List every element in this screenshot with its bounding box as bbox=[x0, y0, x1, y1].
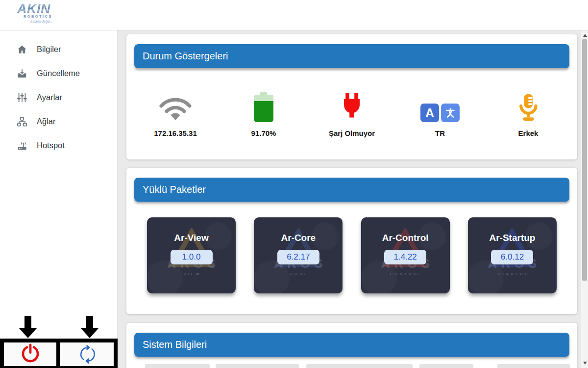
packages-card-title: Yüklü Paketler bbox=[143, 184, 206, 195]
microphone-icon bbox=[517, 88, 539, 122]
packages-row: AROS VIEW Ar-View 1.0.0 AROS ÇORE Ar-Cor… bbox=[126, 217, 577, 293]
translate-left-glyph: A bbox=[420, 104, 439, 122]
aros-watermark-sub: VIEW bbox=[147, 272, 236, 276]
aros-watermark-sub: STARTUP bbox=[468, 272, 557, 276]
sidebar-item-ayarlar[interactable]: Ayarlar bbox=[0, 85, 117, 109]
annotation-arrow-restart bbox=[81, 316, 98, 338]
sidebar-item-guncelleme[interactable]: Güncelleme bbox=[0, 61, 117, 85]
package-version-badge: 6.0.12 bbox=[491, 250, 533, 264]
system-card: Sistem Bilgileri bbox=[126, 323, 577, 368]
status-card-title: Durum Göstergeleri bbox=[143, 51, 228, 62]
router-icon bbox=[16, 140, 27, 151]
package-version-badge: 6.2.17 bbox=[277, 250, 319, 264]
package-name: Ar-View bbox=[147, 233, 236, 243]
logo-tagline: İnsana değer... bbox=[17, 20, 53, 23]
scrollbar-up-arrow[interactable] bbox=[581, 31, 588, 39]
charging-status-value: Şarj Olmuyor bbox=[329, 129, 375, 137]
packages-card-header: Yüklü Paketler bbox=[134, 178, 569, 202]
sidebar-item-aglar[interactable]: Ağlar bbox=[0, 109, 117, 133]
sync-icon bbox=[76, 344, 98, 364]
package-card-ar-control: AROS CONTROL Ar-Control 1.4.22 bbox=[361, 217, 450, 293]
system-table-header-cell bbox=[145, 364, 210, 368]
system-table-header-cell bbox=[419, 364, 473, 368]
plug-icon bbox=[341, 88, 363, 122]
sidebar-footer-band bbox=[0, 339, 118, 368]
annotation-arrow-power bbox=[19, 316, 37, 338]
package-version-badge: 1.0.0 bbox=[171, 250, 213, 264]
indicator-ip: 172.16.35.31 bbox=[131, 88, 220, 137]
indicator-battery: 91.70% bbox=[220, 88, 308, 137]
top-header: AKIN ROBOTICS İnsana değer... bbox=[0, 0, 588, 30]
package-card-ar-startup: AROS STARTUP Ar-Startup 6.0.12 bbox=[468, 217, 557, 293]
indicator-charging: Şarj Olmuyor bbox=[308, 88, 396, 137]
sidebar-item-hotspot[interactable]: Hotspot bbox=[0, 133, 117, 158]
status-indicators: 172.16.35.31 91.70% Şarj Olmuyor bbox=[126, 88, 577, 137]
indicator-language: A TR bbox=[396, 88, 484, 137]
package-version-badge: 1.4.22 bbox=[384, 250, 426, 264]
sidebar-item-label: Hotspot bbox=[37, 141, 65, 150]
akin-robotics-logo: AKIN ROBOTICS İnsana değer... bbox=[17, 2, 53, 23]
power-icon bbox=[20, 343, 41, 366]
system-table-header-cell bbox=[497, 364, 570, 368]
home-icon bbox=[16, 44, 27, 55]
scrollbar-down-arrow[interactable] bbox=[581, 359, 588, 367]
battery-icon bbox=[254, 88, 273, 122]
status-card: Durum Göstergeleri 172.16.35.31 91.70% bbox=[126, 34, 577, 159]
vertical-scrollbar bbox=[581, 30, 588, 368]
sidebar-item-label: Güncelleme bbox=[37, 69, 80, 78]
network-icon bbox=[16, 116, 27, 127]
language-value: TR bbox=[435, 129, 445, 137]
aros-watermark-sub: ÇORE bbox=[254, 272, 343, 276]
sidebar-item-label: Bilgiler bbox=[37, 45, 61, 54]
system-table-header-cell bbox=[306, 364, 413, 368]
sidebar-item-label: Ayarlar bbox=[37, 93, 62, 102]
battery-empty-segment bbox=[254, 95, 273, 101]
system-card-title: Sistem Bilgileri bbox=[143, 339, 207, 350]
battery-percent-value: 91.70% bbox=[251, 129, 276, 137]
package-name: Ar-Startup bbox=[468, 233, 557, 243]
power-button[interactable] bbox=[4, 342, 56, 366]
package-card-ar-view: AROS VIEW Ar-View 1.0.0 bbox=[147, 217, 236, 293]
translate-right-glyph bbox=[441, 104, 460, 122]
sidebar-item-label: Ağlar bbox=[37, 117, 56, 126]
status-card-header: Durum Göstergeleri bbox=[134, 44, 569, 68]
app-root: AKIN ROBOTICS İnsana değer... Bilgiler G… bbox=[0, 0, 588, 368]
restart-button[interactable] bbox=[60, 342, 114, 366]
wifi-icon bbox=[157, 88, 194, 122]
translate-icon: A bbox=[420, 88, 460, 122]
sliders-icon bbox=[16, 92, 27, 103]
indicator-voice: Erkek bbox=[484, 88, 572, 137]
sidebar-nav: Bilgiler Güncelleme Ayarlar Ağlar bbox=[0, 30, 117, 158]
download-tray-icon bbox=[16, 68, 27, 79]
system-table-header-cell bbox=[216, 364, 299, 368]
sidebar-item-bilgiler[interactable]: Bilgiler bbox=[0, 37, 117, 61]
system-card-header: Sistem Bilgileri bbox=[134, 333, 569, 357]
sidebar: Bilgiler Güncelleme Ayarlar Ağlar bbox=[0, 30, 118, 368]
ip-address-value: 172.16.35.31 bbox=[154, 129, 197, 137]
package-name: Ar-Control bbox=[361, 233, 450, 243]
package-name: Ar-Core bbox=[254, 233, 343, 243]
packages-card: Yüklü Paketler AROS VIEW Ar-View 1.0.0 A… bbox=[126, 168, 577, 314]
scrollbar-thumb[interactable] bbox=[582, 39, 587, 281]
voice-gender-value: Erkek bbox=[518, 129, 539, 137]
aros-watermark-sub: CONTROL bbox=[361, 272, 450, 276]
logo-title: AKIN bbox=[17, 2, 53, 16]
package-card-ar-core: AROS ÇORE Ar-Core 6.2.17 bbox=[254, 217, 343, 293]
